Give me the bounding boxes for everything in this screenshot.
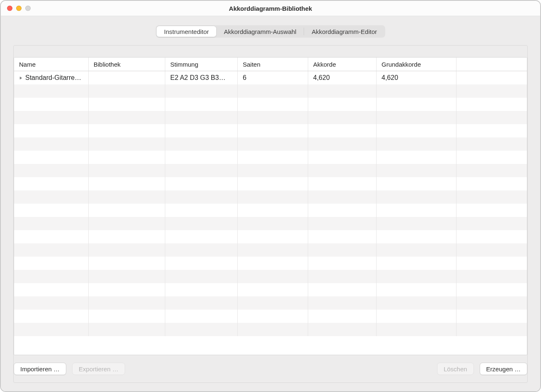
cell-root bbox=[377, 296, 456, 310]
cell-ext bbox=[456, 137, 527, 151]
cell-ch bbox=[308, 164, 377, 177]
tab-chord-editor[interactable]: Akkorddiagramm-Editor bbox=[304, 26, 384, 37]
cell-name bbox=[14, 243, 89, 257]
cell-ext bbox=[456, 84, 527, 98]
cell-name bbox=[14, 177, 89, 190]
cell-text: Standard-Gitarre… bbox=[25, 74, 81, 82]
cell-str bbox=[238, 310, 308, 323]
cell-str bbox=[238, 151, 308, 164]
tab-instrument-editor[interactable]: Instrumenteditor bbox=[157, 26, 216, 37]
footer-actions: Importieren … Exportieren … Löschen Erze… bbox=[14, 363, 527, 375]
cell-ext bbox=[456, 177, 527, 190]
close-window-button[interactable] bbox=[7, 6, 12, 11]
window-title: Akkorddiagramm-Bibliothek bbox=[229, 5, 312, 12]
tab-label: Akkorddiagramm-Auswahl bbox=[224, 28, 296, 35]
cell-ch bbox=[308, 257, 377, 270]
cell-root bbox=[377, 204, 456, 217]
cell-ch bbox=[308, 137, 377, 151]
create-button[interactable]: Erzeugen … bbox=[480, 363, 527, 375]
cell-ext bbox=[456, 151, 527, 164]
table-row bbox=[14, 190, 527, 204]
minimize-window-button[interactable] bbox=[16, 6, 22, 11]
cell-root bbox=[377, 270, 456, 283]
col-header-chords[interactable]: Akkorde bbox=[308, 58, 377, 71]
cell-ch bbox=[308, 243, 377, 257]
cell-lib bbox=[89, 270, 165, 283]
cell-ext bbox=[456, 111, 527, 124]
col-header-tuning[interactable]: Stimmung bbox=[165, 58, 238, 71]
cell-ext bbox=[456, 190, 527, 204]
cell-str bbox=[238, 323, 308, 336]
cell-tune bbox=[165, 190, 238, 204]
cell-str bbox=[238, 98, 308, 111]
cell-root bbox=[377, 137, 456, 151]
table-row[interactable]: Standard-Gitarre…E2 A2 D3 G3 B3…64,6204,… bbox=[14, 71, 527, 84]
cell-tune bbox=[165, 111, 238, 124]
cell-ext bbox=[456, 98, 527, 111]
cell-str bbox=[238, 164, 308, 177]
col-header-strings[interactable]: Saiten bbox=[238, 58, 308, 71]
tab-label: Akkorddiagramm-Editor bbox=[312, 28, 377, 35]
col-header-root-chords[interactable]: Grundakkorde bbox=[377, 58, 456, 71]
export-button[interactable]: Exportieren … bbox=[72, 363, 125, 375]
cell-str bbox=[238, 283, 308, 296]
cell-root bbox=[377, 190, 456, 204]
table-header: Name Bibliothek Stimmung Saiten Akkorde … bbox=[14, 58, 527, 71]
col-header-library[interactable]: Bibliothek bbox=[89, 58, 165, 71]
import-button[interactable]: Importieren … bbox=[14, 363, 66, 375]
cell-root bbox=[377, 98, 456, 111]
cell-tune bbox=[165, 124, 238, 137]
zoom-window-button[interactable] bbox=[25, 6, 31, 11]
table-row bbox=[14, 124, 527, 137]
instruments-table: Name Bibliothek Stimmung Saiten Akkorde … bbox=[14, 57, 527, 355]
tab-label: Instrumenteditor bbox=[164, 28, 209, 35]
table-row bbox=[14, 323, 527, 336]
cell-tune bbox=[165, 283, 238, 296]
cell-name bbox=[14, 257, 89, 270]
cell-root bbox=[377, 177, 456, 190]
cell-ch bbox=[308, 190, 377, 204]
tab-chord-selection[interactable]: Akkorddiagramm-Auswahl bbox=[216, 26, 304, 37]
cell-lib bbox=[89, 177, 165, 190]
cell-root bbox=[377, 243, 456, 257]
cell-tune bbox=[165, 217, 238, 230]
table-row bbox=[14, 310, 527, 323]
cell-lib bbox=[89, 283, 165, 296]
window: Akkorddiagramm-Bibliothek Instrumentedit… bbox=[0, 0, 541, 392]
cell-root bbox=[377, 310, 456, 323]
cell-str bbox=[238, 296, 308, 310]
spacer bbox=[131, 363, 431, 375]
disclosure-triangle-icon[interactable] bbox=[19, 76, 23, 80]
cell-ch bbox=[308, 310, 377, 323]
cell-lib bbox=[89, 310, 165, 323]
cell-lib bbox=[89, 84, 165, 98]
cell-ch bbox=[308, 177, 377, 190]
cell-ext bbox=[456, 296, 527, 310]
cell-lib bbox=[89, 137, 165, 151]
cell-ch: 4,620 bbox=[308, 71, 377, 84]
col-header-name[interactable]: Name bbox=[14, 58, 89, 71]
delete-button[interactable]: Löschen bbox=[437, 363, 474, 375]
cell-str bbox=[238, 217, 308, 230]
titlebar: Akkorddiagramm-Bibliothek bbox=[1, 1, 540, 16]
table-row bbox=[14, 177, 527, 190]
cell-ext bbox=[456, 230, 527, 243]
cell-ext bbox=[456, 270, 527, 283]
cell-ext bbox=[456, 283, 527, 296]
cell-str bbox=[238, 111, 308, 124]
cell-tune bbox=[165, 204, 238, 217]
cell-str bbox=[238, 84, 308, 98]
table-row bbox=[14, 151, 527, 164]
cell-tune bbox=[165, 243, 238, 257]
cell-root bbox=[377, 111, 456, 124]
table-row bbox=[14, 204, 527, 217]
cell-ext bbox=[456, 310, 527, 323]
cell-str bbox=[238, 243, 308, 257]
table-row bbox=[14, 98, 527, 111]
cell-str bbox=[238, 177, 308, 190]
cell-ch bbox=[308, 111, 377, 124]
table-body: Standard-Gitarre…E2 A2 D3 G3 B3…64,6204,… bbox=[14, 71, 527, 355]
cell-tune bbox=[165, 84, 238, 98]
table-row bbox=[14, 217, 527, 230]
cell-name bbox=[14, 190, 89, 204]
